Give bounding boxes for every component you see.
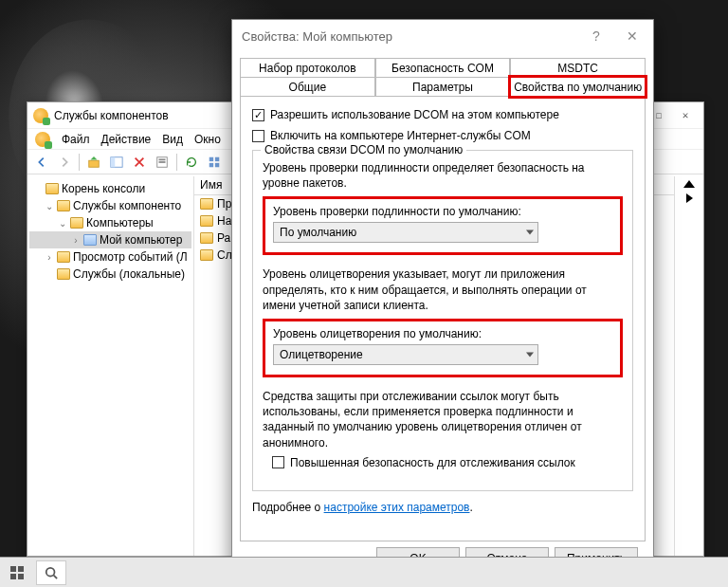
enable-com-internet-checkbox[interactable]: Включить на компьютере Интернет-службы C… xyxy=(252,129,633,142)
svg-rect-21 xyxy=(10,574,16,579)
taskbar[interactable] xyxy=(0,557,728,587)
search-icon xyxy=(45,566,58,579)
mmc-title-text: Службы компонентов xyxy=(54,109,169,122)
show-hide-tree-button[interactable] xyxy=(106,152,127,173)
tab-strip: Набор протоколов Безопасность COM MSDTC … xyxy=(240,58,646,96)
tree-root[interactable]: Корень консоли xyxy=(29,180,191,197)
menu-file[interactable]: Файл xyxy=(62,133,90,146)
tab-page-default-properties: ✓ Разрешить использование DCOM на этом к… xyxy=(240,96,646,541)
more-info-row: Подробнее о настройке этих параметров. xyxy=(252,501,633,514)
more-info-link[interactable]: настройке этих параметров xyxy=(324,501,470,514)
tab-com-security[interactable]: Безопасность COM xyxy=(375,58,511,78)
menu-view[interactable]: Вид xyxy=(162,133,183,146)
forward-button[interactable] xyxy=(54,152,75,173)
console-tree[interactable]: Корень консоли ⌄Службы компоненто ⌄Компь… xyxy=(27,176,194,556)
tree-local-services[interactable]: Службы (локальные) xyxy=(29,266,191,283)
impersonation-level-value: Олицетворение xyxy=(280,348,363,361)
tab-default-properties[interactable]: Свойства по умолчанию xyxy=(510,77,646,97)
svg-point-23 xyxy=(46,567,55,576)
folder-icon xyxy=(200,198,213,210)
close-button[interactable]: ✕ xyxy=(673,106,698,125)
impersonation-description: Уровень олицетворения указывает, могут л… xyxy=(263,266,623,313)
auth-level-value: По умолчанию xyxy=(280,226,356,239)
computer-icon xyxy=(83,234,97,246)
actions-pane xyxy=(675,176,703,556)
auth-description: Уровень проверки подлинности определяет … xyxy=(263,160,623,191)
folder-icon xyxy=(70,217,83,229)
folder-icon xyxy=(200,232,213,244)
svg-rect-7 xyxy=(215,156,219,160)
svg-rect-22 xyxy=(18,574,24,579)
start-button[interactable] xyxy=(0,558,34,587)
menu-action[interactable]: Действие xyxy=(101,133,152,146)
svg-rect-19 xyxy=(10,566,16,572)
enable-dcom-checkbox[interactable]: ✓ Разрешить использование DCOM на этом к… xyxy=(252,108,633,121)
gear-icon xyxy=(57,268,70,280)
chevron-down-icon xyxy=(526,352,534,357)
folder-icon xyxy=(46,183,59,194)
tree-computers[interactable]: ⌄Компьютеры xyxy=(29,214,191,231)
checkbox-icon xyxy=(252,130,264,142)
secure-reference-tracking-checkbox[interactable]: Повышенная безопасность для отслеживания… xyxy=(272,456,623,469)
svg-rect-6 xyxy=(209,156,213,160)
tree-event-viewer[interactable]: ›Просмотр событий (Л xyxy=(29,248,191,266)
svg-rect-9 xyxy=(215,162,219,166)
component-services-icon xyxy=(33,108,48,123)
default-dcom-communication-fieldset: Свойства связи DCOM по умолчанию Уровень… xyxy=(252,150,633,491)
refresh-button[interactable] xyxy=(181,152,202,173)
view-large-icons-button[interactable] xyxy=(204,152,225,173)
tree-component-services[interactable]: ⌄Службы компоненто xyxy=(29,197,191,214)
component-services-icon xyxy=(35,132,50,147)
tab-protocols[interactable]: Набор протоколов xyxy=(240,58,375,78)
folder-icon xyxy=(57,251,70,263)
my-computer-properties-dialog: Свойства: Мой компьютер ? ✕ Набор проток… xyxy=(231,19,654,586)
properties-button[interactable] xyxy=(152,152,173,173)
expand-icon[interactable] xyxy=(686,193,693,203)
svg-rect-0 xyxy=(89,160,100,167)
svg-line-24 xyxy=(54,575,58,578)
svg-rect-4 xyxy=(159,158,166,160)
svg-rect-8 xyxy=(209,162,213,166)
folder-icon xyxy=(200,249,213,261)
impersonation-level-combobox[interactable]: Олицетворение xyxy=(273,344,538,365)
checkbox-icon xyxy=(272,456,284,468)
auth-level-group: Уровень проверки подлинности по умолчани… xyxy=(263,196,623,255)
back-button[interactable] xyxy=(31,152,52,173)
collapse-icon[interactable] xyxy=(683,180,695,188)
folder-icon xyxy=(57,200,70,211)
svg-rect-2 xyxy=(111,156,115,167)
dialog-title-text: Свойства: Мой компьютер xyxy=(242,29,392,44)
svg-rect-20 xyxy=(18,566,24,572)
fieldset-legend: Свойства связи DCOM по умолчанию xyxy=(261,143,466,156)
dialog-titlebar[interactable]: Свойства: Мой компьютер ? ✕ xyxy=(232,20,653,52)
menu-window[interactable]: Окно xyxy=(194,133,221,146)
help-button[interactable]: ? xyxy=(585,28,608,44)
auth-level-label: Уровень проверки подлинности по умолчани… xyxy=(273,205,612,218)
tree-my-computer[interactable]: ›Мой компьютер xyxy=(29,231,191,248)
tab-general[interactable]: Общие xyxy=(240,77,375,97)
impersonation-level-group: Уровень олицетворения по умолчанию: Олиц… xyxy=(263,319,623,377)
taskbar-item[interactable] xyxy=(36,560,66,585)
tracking-description: Средства защиты при отслеживании ссылок … xyxy=(263,389,623,450)
folder-icon xyxy=(200,215,213,227)
delete-button[interactable] xyxy=(129,152,150,173)
checkbox-icon: ✓ xyxy=(252,109,264,121)
impersonation-level-label: Уровень олицетворения по умолчанию: xyxy=(273,327,612,340)
tab-options[interactable]: Параметры xyxy=(375,77,511,97)
up-button[interactable] xyxy=(83,152,104,173)
auth-level-combobox[interactable]: По умолчанию xyxy=(273,222,538,243)
svg-rect-5 xyxy=(159,161,166,163)
close-button[interactable]: ✕ xyxy=(621,28,644,44)
windows-logo-icon xyxy=(9,565,25,580)
chevron-down-icon xyxy=(526,230,534,235)
tab-msdtc[interactable]: MSDTC xyxy=(510,58,646,78)
